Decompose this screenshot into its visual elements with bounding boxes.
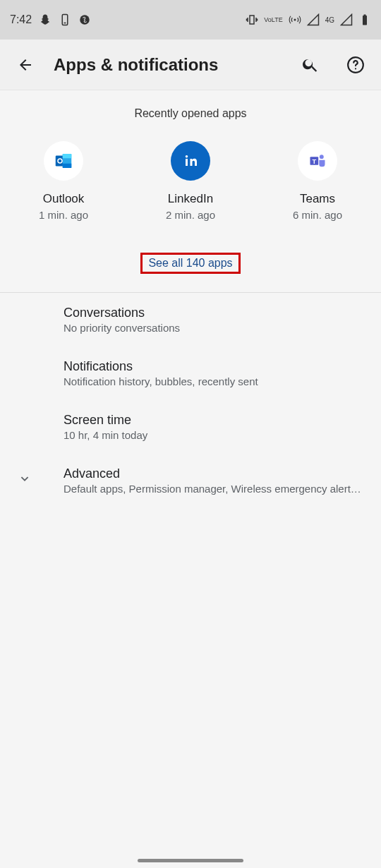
app-time-label: 6 min. ago (293, 209, 342, 221)
device-icon (59, 13, 71, 26)
recent-app-linkedin[interactable]: LinkedIn 2 min. ago (128, 141, 253, 221)
svg-point-1 (80, 15, 90, 25)
linkedin-icon (171, 141, 210, 181)
vibrate-icon (246, 13, 258, 26)
svg-rect-3 (363, 16, 367, 25)
app-name-label: Outlook (43, 192, 85, 206)
help-icon (346, 56, 365, 74)
svg-rect-9 (63, 164, 72, 168)
screen-time-item[interactable]: Screen time 10 hr, 4 min today (0, 400, 381, 454)
teams-icon: T (298, 141, 337, 181)
snapchat-icon (39, 13, 52, 26)
recent-apps-title: Recently opened apps (0, 90, 381, 134)
svg-point-14 (320, 155, 324, 159)
help-button[interactable] (341, 51, 370, 79)
content-area: Recently opened apps Outlook 1 min. ago … (0, 90, 381, 507)
outlook-icon (44, 141, 83, 181)
recent-app-teams[interactable]: T Teams 6 min. ago (255, 141, 380, 221)
app-time-label: 1 min. ago (39, 209, 88, 221)
list-item-title: Notifications (64, 359, 364, 374)
settings-list: Conversations No priority conversations … (0, 293, 381, 507)
network-type: 4G (325, 17, 334, 23)
svg-rect-4 (364, 15, 366, 16)
signal-icon-2 (340, 13, 353, 26)
arrow-back-icon (17, 56, 34, 73)
svg-point-2 (294, 19, 296, 21)
conversations-item[interactable]: Conversations No priority conversations (0, 293, 381, 346)
shazam-icon (78, 13, 91, 26)
notifications-item[interactable]: Notifications Notification history, bubb… (0, 346, 381, 400)
svg-point-11 (59, 159, 62, 163)
app-time-label: 2 min. ago (166, 209, 215, 221)
list-item-subtitle: 10 hr, 4 min today (64, 429, 364, 441)
see-all-apps-link[interactable]: See all 140 apps (140, 253, 240, 274)
recent-apps-row: Outlook 1 min. ago LinkedIn 2 min. ago T… (0, 134, 381, 228)
battery-icon (358, 13, 371, 26)
status-bar: 7:42 VoLTE 4G (0, 0, 381, 40)
volte-icon: VoLTE (264, 17, 282, 23)
list-item-subtitle: Notification history, bubbles, recently … (64, 375, 364, 387)
recent-app-outlook[interactable]: Outlook 1 min. ago (1, 141, 126, 221)
list-item-title: Conversations (64, 306, 364, 320)
search-button[interactable] (296, 51, 325, 79)
list-item-subtitle: Default apps, Permission manager, Wirele… (64, 483, 364, 495)
app-name-label: Teams (300, 192, 335, 206)
list-item-title: Advanced (64, 466, 364, 481)
back-button[interactable] (11, 51, 40, 79)
navigation-pill[interactable] (138, 859, 243, 862)
hotspot-icon (289, 13, 301, 26)
status-time: 7:42 (10, 13, 32, 26)
page-title: Apps & notifications (54, 55, 296, 75)
list-item-subtitle: No priority conversations (64, 322, 364, 334)
app-name-label: LinkedIn (168, 192, 213, 206)
signal-icon-1 (307, 13, 320, 26)
advanced-item[interactable]: Advanced Default apps, Permission manage… (0, 454, 381, 507)
app-header: Apps & notifications (0, 40, 381, 90)
search-icon (301, 56, 320, 74)
svg-text:T: T (312, 158, 316, 165)
chevron-down-icon (17, 471, 32, 489)
svg-rect-8 (63, 154, 72, 158)
list-item-title: Screen time (64, 413, 364, 428)
